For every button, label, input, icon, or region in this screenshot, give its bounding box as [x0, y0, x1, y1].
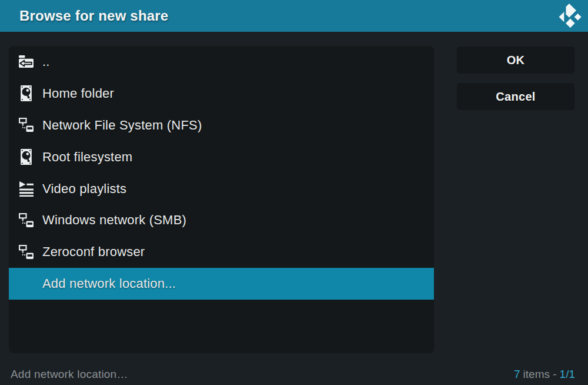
list-item[interactable]: Add network location... — [9, 268, 434, 300]
list-item-label: Root filesystem — [42, 150, 132, 165]
hard-disk-icon — [18, 85, 34, 102]
list-item[interactable]: Zeroconf browser — [9, 236, 434, 268]
item-count: 7 — [514, 368, 520, 381]
ok-button[interactable]: OK — [457, 47, 574, 74]
list-item[interactable]: Network File System (NFS) — [9, 109, 434, 141]
list-item[interactable]: Windows network (SMB) — [9, 204, 434, 236]
list-item-label: Zeroconf browser — [42, 244, 145, 260]
list-item[interactable]: Video playlists — [9, 173, 434, 205]
list-item[interactable]: Home folder — [9, 78, 434, 109]
list-item-label: Home folder — [42, 86, 114, 101]
dialog-title: Browse for new share — [19, 8, 168, 24]
network-icon — [18, 212, 34, 228]
cancel-button[interactable]: Cancel — [457, 83, 574, 110]
browse-for-share-dialog: Browse for new share .. Home folder — [0, 0, 588, 385]
playlist-icon — [18, 181, 34, 197]
list-item-label: .. — [42, 54, 50, 69]
item-icon — [18, 276, 34, 292]
list-item-label: Network File System (NFS) — [42, 118, 202, 133]
dialog-header: Browse for new share — [0, 0, 588, 32]
item-count-status: 7 items - 1/1 — [514, 368, 575, 381]
item-count-label: items - — [523, 368, 557, 381]
list-item-label: Add network location... — [42, 276, 176, 291]
parent-folder-icon — [18, 54, 34, 70]
list-item-label: Windows network (SMB) — [42, 213, 186, 228]
hard-disk-icon — [18, 149, 34, 165]
network-icon — [18, 244, 34, 260]
list-item[interactable]: .. — [9, 46, 434, 78]
list-item-label: Video playlists — [42, 181, 126, 197]
page-indicator: 1/1 — [560, 368, 575, 381]
list-item[interactable]: Root filesystem — [9, 141, 434, 173]
share-list: .. Home folder Network File System (NFS)… — [9, 46, 434, 353]
kodi-logo-icon — [556, 3, 582, 29]
network-icon — [18, 117, 34, 134]
status-text: Add network location… — [11, 368, 128, 381]
